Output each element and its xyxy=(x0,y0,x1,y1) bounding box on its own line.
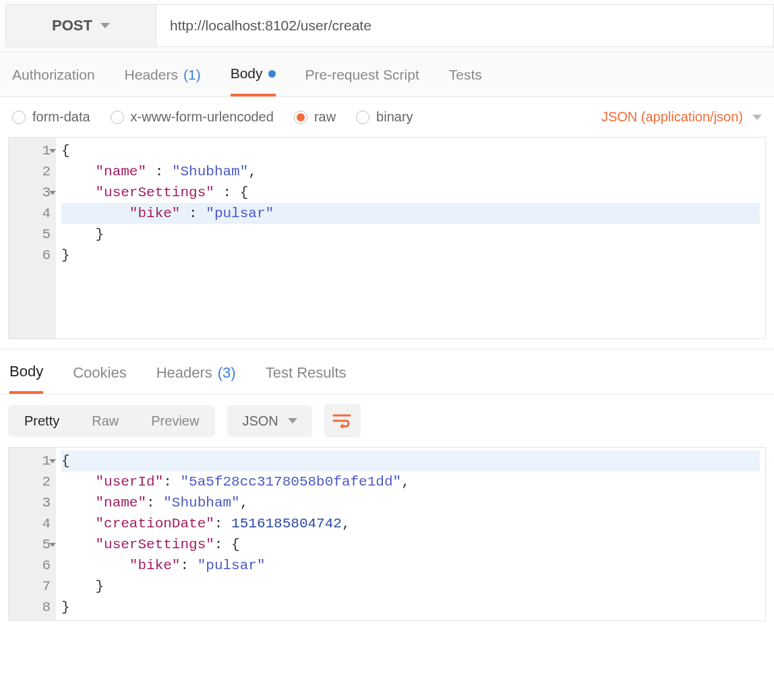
code-line: "bike" : "pulsar" xyxy=(61,203,760,224)
tab-headers[interactable]: Headers (1) xyxy=(125,65,201,96)
line-number: 3 xyxy=(21,182,51,203)
tab-count: (3) xyxy=(218,364,236,382)
code-line: "bike": "pulsar" xyxy=(61,555,760,576)
content-type-select[interactable]: JSON (application/json) xyxy=(601,109,762,125)
wrap-icon xyxy=(332,413,353,429)
url-value: http://localhost:8102/user/create xyxy=(170,18,371,34)
radio-icon xyxy=(12,111,26,124)
radio-label: form-data xyxy=(32,109,90,125)
http-method-label: POST xyxy=(52,17,92,34)
code-line: "creationDate": 1516185804742, xyxy=(61,513,760,534)
line-number: 6 xyxy=(21,245,51,266)
line-number: 1 xyxy=(21,140,51,161)
tab-label: Body xyxy=(9,363,43,380)
code-line: } xyxy=(61,576,760,597)
response-toolbar: Pretty Raw Preview JSON xyxy=(0,395,774,447)
line-number: 4 xyxy=(21,203,51,224)
radio-icon xyxy=(111,111,124,124)
body-type-raw[interactable]: raw xyxy=(294,109,336,125)
code-line: "name" : "Shubham", xyxy=(61,161,760,182)
view-preview-button[interactable]: Preview xyxy=(135,405,215,437)
tab-label: Test Results xyxy=(266,364,347,382)
resp-tab-cookies[interactable]: Cookies xyxy=(73,363,126,394)
editor-gutter: 1 2 3 4 5 6 7 8 xyxy=(9,448,56,620)
seg-label: Pretty xyxy=(24,413,59,428)
chevron-down-icon xyxy=(288,418,297,424)
seg-label: Preview xyxy=(151,413,199,428)
tab-pre-request-script[interactable]: Pre-request Script xyxy=(305,65,419,96)
body-type-form-data[interactable]: form-data xyxy=(12,109,90,125)
line-number: 5 xyxy=(21,224,51,245)
tab-label: Authorization xyxy=(12,67,95,83)
tab-count: (1) xyxy=(183,67,201,83)
tab-label: Headers xyxy=(156,364,212,382)
request-tabs: Authorization Headers (1) Body Pre-reque… xyxy=(0,52,774,97)
code-line: "userSettings": { xyxy=(61,534,760,555)
line-number: 6 xyxy=(21,555,51,576)
line-number: 2 xyxy=(21,471,51,492)
chevron-down-icon xyxy=(752,115,762,120)
view-mode-segment: Pretty Raw Preview xyxy=(8,405,215,437)
code-line: "userSettings" : { xyxy=(61,182,760,203)
tab-label: Body xyxy=(231,65,263,82)
tab-label: Cookies xyxy=(73,364,126,382)
content-type-label: JSON (application/json) xyxy=(601,109,743,125)
line-number: 7 xyxy=(21,576,51,597)
tab-label: Pre-request Script xyxy=(305,67,419,83)
editor-code[interactable]: { "userId": "5a5f28cc3178058b0fafe1dd", … xyxy=(56,448,765,620)
format-label: JSON xyxy=(242,413,278,429)
radio-icon xyxy=(294,111,307,124)
code-line: { xyxy=(61,140,760,161)
radio-label: binary xyxy=(376,109,413,125)
response-body-editor[interactable]: 1 2 3 4 5 6 7 8 { "userId": "5a5f28cc317… xyxy=(8,447,766,621)
radio-icon xyxy=(356,111,369,124)
code-line: "userId": "5a5f28cc3178058b0fafe1dd", xyxy=(61,471,760,492)
resp-tab-headers[interactable]: Headers (3) xyxy=(156,363,236,394)
tab-body[interactable]: Body xyxy=(231,65,276,96)
line-number: 3 xyxy=(21,492,51,513)
code-line: { xyxy=(61,450,760,471)
code-line: } xyxy=(61,597,760,618)
request-body-editor[interactable]: 1 2 3 4 5 6 { "name" : "Shubham", "userS… xyxy=(8,137,766,339)
editor-gutter: 1 2 3 4 5 6 xyxy=(9,138,56,339)
request-bar: POST http://localhost:8102/user/create xyxy=(0,0,774,52)
tab-tests[interactable]: Tests xyxy=(449,65,482,96)
editor-code[interactable]: { "name" : "Shubham", "userSettings" : {… xyxy=(56,138,765,339)
body-type-binary[interactable]: binary xyxy=(356,109,413,125)
line-number: 1 xyxy=(21,450,51,471)
response-format-select[interactable]: JSON xyxy=(227,405,311,437)
seg-label: Raw xyxy=(92,413,119,428)
chevron-down-icon xyxy=(100,23,110,28)
line-number: 5 xyxy=(21,534,51,555)
view-raw-button[interactable]: Raw xyxy=(76,405,135,437)
code-line: } xyxy=(61,245,760,266)
wrap-lines-button[interactable] xyxy=(324,404,361,438)
body-type-urlencoded[interactable]: x-www-form-urlencoded xyxy=(111,109,274,125)
response-tabs: Body Cookies Headers (3) Test Results xyxy=(0,349,774,395)
radio-label: x-www-form-urlencoded xyxy=(131,109,274,125)
resp-tab-body[interactable]: Body xyxy=(9,363,43,394)
body-type-row: form-data x-www-form-urlencoded raw bina… xyxy=(0,97,774,137)
resp-tab-test-results[interactable]: Test Results xyxy=(266,363,347,394)
modified-dot-icon xyxy=(268,70,276,78)
http-method-select[interactable]: POST xyxy=(5,4,156,47)
tab-label: Tests xyxy=(449,67,482,83)
code-line: "name": "Shubham", xyxy=(61,492,760,513)
code-line: } xyxy=(61,224,760,245)
tab-label: Headers xyxy=(125,67,178,83)
view-pretty-button[interactable]: Pretty xyxy=(8,405,76,437)
url-input[interactable]: http://localhost:8102/user/create xyxy=(156,4,774,47)
radio-label: raw xyxy=(314,109,336,125)
tab-authorization[interactable]: Authorization xyxy=(12,65,95,96)
line-number: 4 xyxy=(21,513,51,534)
line-number: 8 xyxy=(21,597,51,618)
line-number: 2 xyxy=(21,161,51,182)
